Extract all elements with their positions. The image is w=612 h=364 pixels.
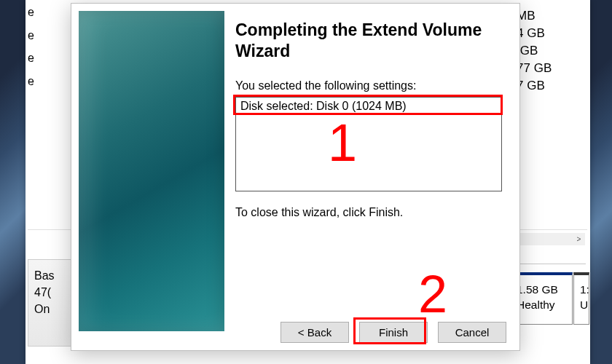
disk-header-panel: Bas 47( On <box>28 259 76 347</box>
volume-letter: e <box>28 50 46 66</box>
wizard-title: Completing the Extend Volume Wizard <box>235 20 505 62</box>
volume-letter: e <box>28 4 46 20</box>
scroll-right-icon[interactable]: > <box>573 233 585 245</box>
wizard-subtitle: You selected the following settings: <box>235 79 416 92</box>
volume-letter: e <box>28 74 46 90</box>
disk-size-label: 47( <box>34 284 71 301</box>
wizard-close-hint: To close this wizard, click Finish. <box>235 206 403 219</box>
partition-block[interactable]: 1: U <box>573 272 589 325</box>
annotation-box-2 <box>353 317 426 344</box>
desktop-wallpaper-left <box>0 0 26 364</box>
annotation-label-2: 2 <box>418 264 447 324</box>
partition-status: U <box>580 298 583 313</box>
desktop-wallpaper-right <box>590 0 612 364</box>
back-button[interactable]: < Back <box>280 322 349 343</box>
wizard-button-row: < Back Finish Cancel <box>71 322 512 343</box>
disk-management-window: e e e e 990 MB 14.84 GB 1.58 GB 176.77 G… <box>26 0 590 364</box>
partition-size: 1: <box>580 282 583 298</box>
cancel-button[interactable]: Cancel <box>438 322 506 343</box>
partition-size: 1.58 GB <box>517 282 566 298</box>
extend-volume-wizard-dialog: Completing the Extend Volume Wizard You … <box>71 3 520 351</box>
volume-list-letters: e e e e <box>28 0 46 89</box>
wizard-sidebar-image <box>79 11 224 331</box>
partition-status: Healthy <box>517 298 566 313</box>
disk-status-label: On <box>34 301 71 317</box>
annotation-box-1 <box>233 95 503 115</box>
volume-letter: e <box>28 28 46 44</box>
disk-type-label: Bas <box>34 267 71 284</box>
annotation-label-1: 1 <box>328 113 357 173</box>
